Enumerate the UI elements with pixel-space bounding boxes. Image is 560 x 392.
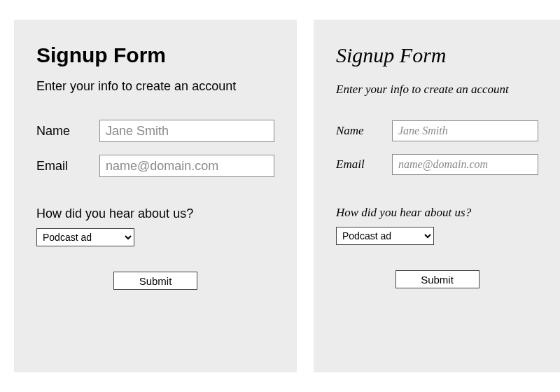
name-input[interactable]	[99, 120, 274, 142]
email-label: Email	[336, 158, 392, 172]
name-label: Name	[36, 124, 99, 139]
name-label: Name	[336, 124, 392, 138]
email-label: Email	[36, 159, 99, 174]
signup-form-sans: Signup Form Enter your info to create an…	[14, 20, 297, 372]
email-row: Email	[336, 154, 538, 175]
email-input[interactable]	[392, 154, 538, 175]
referral-select[interactable]: Podcast ad	[36, 228, 134, 246]
referral-question: How did you hear about us?	[336, 206, 538, 220]
name-row: Name	[336, 120, 538, 141]
name-input[interactable]	[392, 120, 538, 141]
submit-button[interactable]: Submit	[113, 272, 197, 290]
form-subtitle: Enter your info to create an account	[36, 78, 274, 94]
signup-form-script: Signup Form Enter your info to create an…	[314, 20, 560, 372]
submit-wrap: Submit	[36, 272, 274, 290]
submit-wrap: Submit	[336, 270, 538, 288]
referral-question: How did you hear about us?	[36, 206, 274, 221]
submit-button[interactable]: Submit	[396, 270, 479, 288]
name-row: Name	[36, 120, 274, 142]
email-row: Email	[36, 155, 274, 177]
form-title: Signup Form	[36, 43, 274, 67]
form-subtitle: Enter your info to create an account	[336, 83, 538, 97]
form-title: Signup Form	[336, 43, 538, 67]
email-input[interactable]	[99, 155, 274, 177]
referral-select[interactable]: Podcast ad	[336, 227, 434, 245]
